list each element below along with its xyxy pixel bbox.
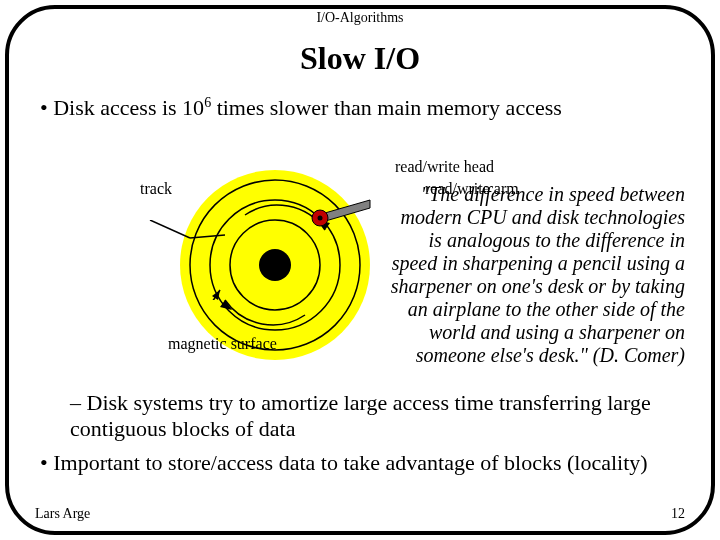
bullet-amortize: – Disk systems try to amortize large acc…	[70, 390, 690, 442]
svg-marker-12	[212, 290, 220, 300]
svg-line-9	[150, 220, 190, 238]
slide-title: Slow I/O	[0, 40, 720, 77]
track-pointer-line	[140, 220, 230, 300]
footer-author: Lars Arge	[35, 506, 90, 522]
svg-line-10	[190, 235, 225, 238]
bullet-locality: • Important to store/access data to take…	[40, 450, 690, 476]
quote-text: "The difference in speed between modern …	[385, 183, 685, 367]
label-surface: magnetic surface	[168, 335, 277, 353]
svg-point-4	[259, 249, 291, 281]
label-track: track	[140, 180, 172, 198]
bullet1-suffix: times slower than main memory access	[211, 95, 562, 120]
footer-page: 12	[671, 506, 685, 522]
label-head: read/write head	[395, 158, 494, 176]
bullet-disk-access: • Disk access is 106 times slower than m…	[40, 95, 700, 121]
header-label: I/O-Algorithms	[0, 10, 720, 26]
bullet1-prefix: • Disk access is 10	[40, 95, 204, 120]
svg-point-8	[318, 216, 323, 221]
